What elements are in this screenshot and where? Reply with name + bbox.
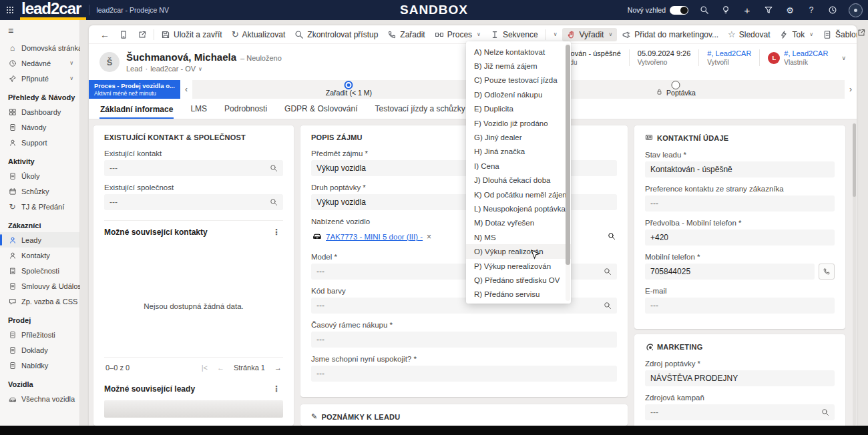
lookup-search-icon[interactable] [270, 164, 278, 172]
refresh-button[interactable]: ↻Aktualizovat [227, 27, 290, 41]
interest-subject-select[interactable]: Výkup vozidla [311, 160, 617, 176]
subgrid-commands-icon[interactable]: ⋮ [270, 228, 283, 237]
check-access-button[interactable]: Zkontrolovat přístup [290, 28, 383, 41]
lightbulb-icon[interactable] [720, 5, 731, 15]
sidebar-item-opportunities[interactable]: Příležitosti [0, 327, 79, 342]
menu-item-price[interactable]: I) Cena [466, 159, 571, 173]
new-look-switch[interactable]: Nový vzhled [628, 6, 688, 15]
search-icon[interactable] [699, 5, 710, 15]
stage-scroll-left-icon[interactable]: ‹ [180, 80, 192, 99]
session-history-icon[interactable] [827, 5, 838, 15]
menu-item-long-wait[interactable]: J) Dlouhá čekací doba [466, 173, 571, 187]
source-campaign-lookup[interactable]: --- [645, 404, 835, 420]
process-menu-button[interactable]: Proces∨ [430, 28, 485, 41]
header-field-owner[interactable]: L #, Lead2CAR Vlastník [759, 49, 836, 66]
sidebar-item-documents[interactable]: Doklady [0, 342, 79, 358]
header-expand-chevron-icon[interactable]: ∨ [836, 55, 847, 61]
mobile-phone-input[interactable]: 705844025 [645, 264, 815, 280]
sidebar-item-meetings[interactable]: Schůzky [0, 183, 79, 199]
add-to-marketing-button[interactable]: Přidat do marketingov... [617, 28, 723, 41]
menu-item-handed-to-ov[interactable]: Q) Předáno středisku OV [466, 273, 571, 287]
previous-page-icon[interactable]: ← [217, 364, 224, 372]
sidebar-item-guides[interactable]: Návody [0, 119, 79, 135]
chevron-down-icon[interactable]: ∨ [69, 75, 73, 81]
lookup-search-icon[interactable] [821, 408, 829, 416]
menu-item-other-brand[interactable]: H) Jiná značka [466, 145, 571, 159]
menu-item-duplicate[interactable]: E) Duplicita [466, 102, 571, 116]
sidebar-item-feedback-css[interactable]: Zp. vazba & CSS [0, 294, 79, 309]
sidebar-item-home[interactable]: ⌂Domovská stránka [0, 40, 79, 55]
app-launcher-waffle-icon[interactable] [0, 0, 20, 20]
word-templates-menu-button[interactable]: Šablony Wordu∨ [818, 28, 857, 41]
save-and-close-button[interactable]: Uložit a zavřít [156, 28, 227, 41]
can-satisfy-select[interactable]: --- [311, 366, 617, 382]
menu-item-other-dealer[interactable]: G) Jiný dealer [466, 130, 571, 144]
sidebar-item-all-vehicles[interactable]: Všechna vozidla [0, 391, 79, 406]
app-logo[interactable]: lead2car [20, 0, 86, 20]
sidebar-item-recent[interactable]: Nedávné∨ [0, 55, 79, 71]
menu-item-ms[interactable]: N) MS [466, 230, 571, 244]
collapse-sidebar-icon[interactable]: ≡ [0, 20, 79, 40]
flow-menu-button[interactable]: Tok∨ [775, 28, 818, 41]
menu-item-buyback-completed[interactable]: O) Výkup realizován [466, 244, 571, 258]
chevron-down-icon[interactable]: ∨ [69, 60, 73, 66]
tab-testdrives[interactable]: Testovací jízdy a schůzky [374, 100, 465, 119]
stage-scroll-right-icon[interactable]: › [845, 80, 857, 99]
purchase-timeframe-select[interactable]: --- [311, 332, 617, 348]
sidebar-item-contracts-events[interactable]: Smlouvy & Události [0, 278, 79, 294]
menu-scrollbar-thumb[interactable] [566, 45, 570, 265]
next-page-icon[interactable]: → [274, 364, 282, 372]
phone-prefix-input[interactable]: +420 [645, 230, 835, 246]
menu-item-never-interested[interactable]: K) Od počátku neměl zájem [466, 187, 571, 201]
settings-gear-icon[interactable]: ⚙ [785, 5, 795, 15]
menu-item-buyback-not-completed[interactable]: P) Výkup nerealizován [466, 259, 571, 273]
side-pane-icon[interactable] [857, 28, 866, 40]
email-input[interactable]: --- [645, 298, 835, 314]
tab-gdpr[interactable]: GDPR & Oslovování [284, 100, 358, 119]
filter-icon[interactable] [763, 5, 774, 15]
sidebar-item-testdrive-handover[interactable]: ↻TJ & Předání [0, 199, 79, 214]
scrollbar-thumb[interactable] [853, 123, 856, 197]
new-look-toggle[interactable] [670, 6, 688, 15]
lookup-search-icon[interactable] [270, 198, 278, 206]
sidebar-item-pinned[interactable]: Připnuté∨ [0, 71, 79, 86]
vehicle-record-link[interactable]: 7AK7773 - MINI 5 door (III) - [326, 233, 423, 241]
sidebar-item-companies[interactable]: Společnosti [0, 263, 79, 278]
chevron-down-icon[interactable]: ∨ [198, 66, 202, 72]
enqueue-button[interactable]: Zařadit [383, 28, 429, 41]
tab-details[interactable]: Podrobnosti [224, 100, 268, 119]
overflow-chevron-button[interactable]: ∨ [548, 29, 562, 39]
menu-scrollbar[interactable] [566, 43, 570, 301]
process-name-chip[interactable]: Proces - Prodej vozidla o... Aktivní mén… [89, 80, 180, 99]
menu-item-question-resolved[interactable]: M) Dotaz vyřešen [466, 216, 571, 230]
sidebar-item-support[interactable]: Support [0, 135, 79, 150]
form-scrollbar[interactable] [853, 123, 856, 426]
menu-item-unsatisfied-inquiry[interactable]: L) Neuspokojená poptávka [466, 201, 571, 215]
menu-item-vehicle-sold[interactable]: F) Vozidlo již prodáno [466, 116, 571, 130]
lookup-search-icon[interactable] [604, 268, 612, 276]
help-icon[interactable]: ? [806, 5, 817, 15]
subgrid-commands-icon[interactable]: ⋮ [270, 384, 283, 394]
sidebar-item-dashboards[interactable]: Dashboardy [0, 104, 79, 119]
menu-item-cannot-contact[interactable]: A) Nelze kontaktovat [466, 45, 571, 59]
header-field-created-on[interactable]: 05.09.2024 9:26 Vytvořeno [629, 49, 699, 66]
sidebar-item-quotes[interactable]: Nabídky [0, 358, 79, 373]
follow-button[interactable]: ☆Sledovat [723, 27, 775, 41]
menu-item-handed-to-service[interactable]: R) Předáno servisu [466, 288, 571, 302]
tab-basic-info[interactable]: Základní informace [99, 101, 174, 119]
form-selector-icon-button[interactable] [114, 28, 133, 41]
header-field-created-by[interactable]: #, Lead2CAR Vytvořil [698, 49, 759, 66]
sidebar-item-leads[interactable]: Leady [0, 232, 79, 248]
sidebar-item-tasks[interactable]: Úkoly [0, 168, 79, 183]
process-stage-active[interactable]: Zařadit (< 1 M) [192, 80, 505, 99]
user-avatar[interactable] [849, 3, 863, 17]
sidebar-item-contacts[interactable]: Kontakty [0, 248, 79, 263]
lookup-search-icon[interactable] [608, 231, 616, 243]
menu-item-purchase-postponed[interactable]: D) Odložení nákupu [466, 87, 571, 101]
menu-item-no-longer-interested[interactable]: B) Již nemá zájem [466, 59, 571, 73]
menu-item-test-drive-only[interactable]: C) Pouze testovací jízda [466, 73, 571, 87]
form-selector[interactable]: lead2car - OV [150, 65, 196, 73]
color-code-lookup[interactable]: --- [311, 298, 617, 314]
plus-icon[interactable]: + [742, 5, 752, 15]
lookup-search-icon[interactable] [604, 302, 612, 310]
